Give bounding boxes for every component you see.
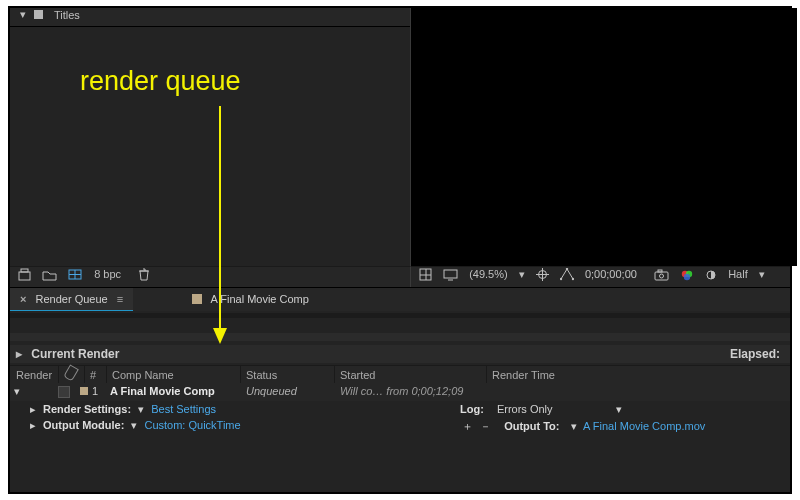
trash-icon[interactable]: [138, 267, 150, 281]
log-label: Log:: [460, 403, 484, 415]
viewer-footer: (49.5%) ▾ 0;00;00;00 Half ▾: [410, 266, 790, 288]
render-settings-link[interactable]: Best Settings: [151, 403, 216, 415]
chevron-down-icon[interactable]: ▾: [616, 403, 622, 415]
panel-menu-icon[interactable]: ≡: [117, 293, 123, 305]
render-checkbox[interactable]: [58, 386, 70, 398]
col-status[interactable]: Status: [240, 366, 335, 384]
queue-item-row[interactable]: ▾ 1 A Final Movie Comp Unqueued Will co……: [10, 383, 790, 401]
svg-rect-18: [658, 270, 662, 272]
divider: [10, 333, 790, 341]
twirl-right-icon[interactable]: ▸: [30, 419, 36, 431]
add-output-icon[interactable]: ＋: [462, 420, 473, 432]
col-label[interactable]: [58, 366, 85, 384]
snapshot-icon[interactable]: [654, 268, 669, 281]
project-panel: ▾: [10, 8, 58, 26]
col-started[interactable]: Started: [334, 366, 487, 384]
current-time[interactable]: 0;00;00;00: [585, 268, 637, 280]
folder-icon[interactable]: [42, 267, 57, 281]
current-render-label: Current Render: [31, 347, 119, 361]
progress-bar-bg: [10, 313, 790, 318]
svg-rect-16: [655, 272, 668, 280]
bin-icon[interactable]: [18, 267, 31, 281]
bit-depth-button[interactable]: 8 bpc: [94, 268, 121, 280]
close-icon[interactable]: ×: [20, 293, 26, 305]
col-number[interactable]: #: [84, 366, 107, 384]
tab-label: Render Queue: [36, 293, 108, 305]
label-swatch[interactable]: [80, 387, 88, 395]
target-icon[interactable]: [536, 267, 549, 281]
output-to-link[interactable]: A Final Movie Comp.mov: [583, 420, 705, 432]
resolution-dropdown[interactable]: Half: [728, 268, 748, 280]
render-settings-row: ▸ Render Settings: ▾ Best Settings Log: …: [30, 403, 790, 419]
item-started: Will co… from 0;00;12;09: [340, 385, 463, 397]
ae-window: ▾ Titles 8 bpc (49.5%) ▾ 0;00;00;00 Half…: [8, 6, 792, 494]
label-icon: [63, 364, 79, 381]
tab-comp[interactable]: A Final Movie Comp: [182, 288, 319, 310]
project-item-titles[interactable]: Titles: [54, 9, 80, 21]
chevron-down-icon[interactable]: ▾: [131, 419, 137, 431]
col-render-time[interactable]: Render Time: [486, 366, 622, 384]
output-module-row: ▸ Output Module: ▾ Custom: QuickTime ＋ －…: [30, 419, 790, 435]
twirl-right-icon[interactable]: ▸: [30, 403, 36, 415]
new-comp-icon[interactable]: [68, 267, 83, 281]
channels-icon[interactable]: [680, 268, 694, 281]
grid-icon[interactable]: [419, 267, 432, 281]
panel-tabs: × Render Queue ≡ A Final Movie Comp: [10, 287, 790, 312]
col-render[interactable]: Render: [10, 366, 59, 384]
col-comp-name[interactable]: Comp Name: [106, 366, 241, 384]
exposure-icon[interactable]: [705, 268, 717, 281]
folder-icon: [34, 10, 43, 19]
annotation-label: render queue: [80, 68, 241, 95]
svg-rect-1: [21, 269, 28, 272]
svg-point-17: [659, 274, 663, 278]
comp-color-swatch: [192, 294, 202, 304]
svg-point-21: [684, 273, 690, 279]
twirl-right-icon[interactable]: ▸: [16, 347, 22, 361]
column-headers: Render # Comp Name Status Started Render…: [10, 365, 790, 385]
item-number: 1: [92, 385, 98, 397]
chevron-down-icon[interactable]: ▾: [519, 268, 525, 281]
log-value[interactable]: Errors Only: [497, 403, 553, 415]
current-render-row[interactable]: ▸ Current Render Elapsed:: [10, 345, 790, 363]
comp-viewer[interactable]: [410, 8, 797, 266]
zoom-level[interactable]: (49.5%): [469, 268, 508, 280]
monitor-icon[interactable]: [443, 267, 458, 281]
chevron-down-icon[interactable]: ▾: [759, 268, 765, 281]
twirl-icon[interactable]: ▾: [20, 8, 26, 21]
svg-marker-24: [213, 328, 227, 344]
render-settings-label: Render Settings:: [43, 403, 131, 415]
svg-rect-0: [19, 272, 30, 280]
chevron-down-icon[interactable]: ▾: [571, 420, 577, 432]
output-module-label: Output Module:: [43, 419, 124, 431]
output-module-link[interactable]: Custom: QuickTime: [144, 419, 240, 431]
render-queue-panel: ▸ Current Render Elapsed: Render # Comp …: [10, 311, 790, 492]
annotation-arrow: [205, 106, 235, 346]
chevron-down-icon[interactable]: ▾: [138, 403, 144, 415]
item-status: Unqueued: [246, 385, 297, 397]
output-to-label: Output To:: [504, 420, 559, 432]
twirl-down-icon[interactable]: ▾: [14, 385, 20, 398]
tab-render-queue[interactable]: × Render Queue ≡: [10, 288, 133, 312]
mask-icon[interactable]: [560, 267, 574, 281]
remove-output-icon[interactable]: －: [480, 420, 491, 432]
elapsed-label: Elapsed:: [730, 345, 780, 363]
svg-rect-8: [444, 270, 457, 278]
item-comp-name: A Final Movie Comp: [110, 385, 215, 397]
